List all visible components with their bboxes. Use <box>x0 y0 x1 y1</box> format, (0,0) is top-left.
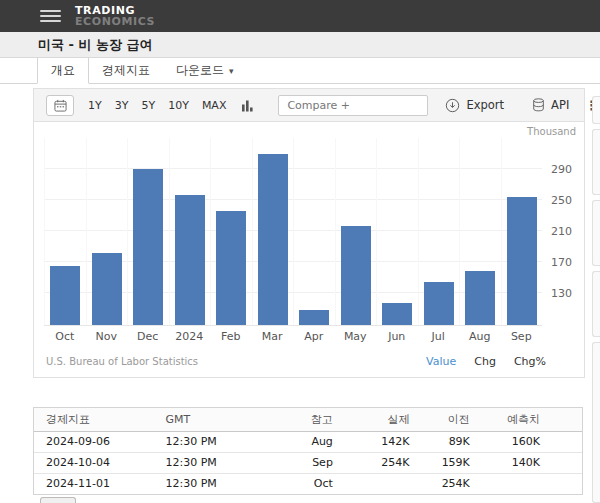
tab-overview-label: 개요 <box>51 62 75 79</box>
bar-slot <box>169 138 211 325</box>
bar-slot <box>44 138 86 325</box>
table-cell: 2024-10-04 <box>34 452 166 473</box>
database-icon <box>532 98 545 112</box>
right-panel-item <box>592 129 600 195</box>
bar-dec[interactable] <box>133 169 163 325</box>
y-axis-tick: 250 <box>551 194 572 207</box>
chart-type-icon[interactable] <box>241 99 254 112</box>
col-reference: 참고 <box>275 408 341 431</box>
series-link-value[interactable]: Value <box>426 355 456 368</box>
api-label: API <box>551 98 569 112</box>
x-axis-label: May <box>335 330 377 343</box>
bar-slot <box>210 138 252 325</box>
table-row[interactable]: 2024-10-0412:30 PMSep254K159K140K <box>34 452 582 473</box>
bar-mar[interactable] <box>258 154 288 325</box>
x-axis-label: 2024 <box>169 330 211 343</box>
table-cell <box>341 473 418 494</box>
table-cell: 140K <box>478 452 582 473</box>
bar-2024[interactable] <box>175 195 205 325</box>
bar-may[interactable] <box>341 226 371 325</box>
bar-slot <box>376 138 418 325</box>
table-cell: 254K <box>418 473 478 494</box>
bar-jul[interactable] <box>424 282 454 325</box>
bar-sep[interactable] <box>507 197 537 325</box>
bar-aug[interactable] <box>465 271 495 325</box>
table-cell: 142K <box>341 431 418 452</box>
right-panel-item <box>592 96 600 124</box>
chart-footer: U.S. Bureau of Labor Statistics ValueChg… <box>46 355 572 368</box>
bar-slot <box>86 138 128 325</box>
hamburger-menu-icon[interactable] <box>40 7 61 25</box>
page-title: 미국 - 비 농장 급여 <box>38 36 153 54</box>
tab-indicators-label: 경제지표 <box>102 62 150 79</box>
x-axis-labels: OctNovDec2024FebMarAprMayJunJulAugSep <box>44 330 542 343</box>
bar-apr[interactable] <box>299 310 329 325</box>
y-axis-tick: 290 <box>551 163 572 176</box>
y-axis-tick: 130 <box>551 287 572 300</box>
x-axis-label: Mar <box>252 330 294 343</box>
tab-download[interactable]: 다운로드 ▾ <box>163 58 247 83</box>
brand-logo[interactable]: TRADING ECONOMICS <box>75 5 155 27</box>
api-button[interactable]: API <box>532 98 569 112</box>
col-consensus: 예측치 <box>478 408 582 431</box>
range-button-3y[interactable]: 3Y <box>115 99 129 112</box>
bar-jun[interactable] <box>382 303 412 326</box>
table-row[interactable]: 2024-11-0112:30 PMOct254K <box>34 473 582 494</box>
table-header-row: 경제지표 GMT 참고 실제 이전 예측치 <box>34 408 582 431</box>
range-button-10y[interactable]: 10Y <box>168 99 189 112</box>
x-axis-label: Jun <box>376 330 418 343</box>
table-cell: 12:30 PM <box>166 431 276 452</box>
table-cell: 2024-09-06 <box>34 431 166 452</box>
x-axis-label: Feb <box>210 330 252 343</box>
releases-table-body: 2024-09-0612:30 PMAug142K89K160K2024-10-… <box>34 431 582 494</box>
tab-bar: 개요 경제지표 다운로드 ▾ <box>0 58 600 84</box>
chart-area: Thousand 130170210250290 OctNovDec2024Fe… <box>34 122 584 377</box>
bar-nov[interactable] <box>92 253 122 325</box>
plot-area: 130170210250290 <box>44 138 542 326</box>
bar-slot <box>293 138 335 325</box>
range-button-1y[interactable]: 1Y <box>88 99 102 112</box>
x-axis-label: Sep <box>501 330 543 343</box>
x-axis-label: Oct <box>44 330 86 343</box>
right-panel-item <box>592 342 600 503</box>
col-indicator: 경제지표 <box>34 408 166 431</box>
export-button[interactable]: Export <box>445 98 504 113</box>
chevron-down-icon: ▾ <box>229 66 234 76</box>
y-axis-tick: 210 <box>551 225 572 238</box>
partial-button[interactable] <box>40 497 76 503</box>
range-buttons: 1Y3Y5Y10YMAX <box>88 99 226 112</box>
table-cell: 160K <box>478 431 582 452</box>
col-previous: 이전 <box>418 408 478 431</box>
bar-feb[interactable] <box>216 211 246 325</box>
top-navbar: TRADING ECONOMICS <box>0 0 600 32</box>
table-cell <box>478 473 582 494</box>
right-panel-item <box>592 271 600 337</box>
range-button-5y[interactable]: 5Y <box>141 99 155 112</box>
range-button-max[interactable]: MAX <box>202 99 227 112</box>
table-cell: 159K <box>418 452 478 473</box>
table-row[interactable]: 2024-09-0612:30 PMAug142K89K160K <box>34 431 582 452</box>
plot-wrapper: 130170210250290 OctNovDec2024FebMarAprMa… <box>44 138 542 343</box>
series-mode-links: ValueChgChg% <box>426 355 546 368</box>
chart-card: 1Y3Y5Y10YMAX Export API ⋮ <box>33 88 585 378</box>
table-cell: 12:30 PM <box>166 452 276 473</box>
table-cell: 12:30 PM <box>166 473 276 494</box>
bar-slot <box>252 138 294 325</box>
bar-slot <box>418 138 460 325</box>
page-title-bar: 미국 - 비 농장 급여 <box>0 32 600 58</box>
export-label: Export <box>466 98 504 112</box>
bar-slot <box>335 138 377 325</box>
series-link-chgpct[interactable]: Chg% <box>514 355 546 368</box>
compare-input[interactable] <box>278 95 428 116</box>
bar-oct[interactable] <box>50 266 80 325</box>
table-cell: Aug <box>275 431 341 452</box>
releases-table: 경제지표 GMT 참고 실제 이전 예측치 2024-09-0612:30 PM… <box>33 407 583 495</box>
tab-overview[interactable]: 개요 <box>37 58 89 84</box>
series-link-chg[interactable]: Chg <box>474 355 496 368</box>
tab-indicators[interactable]: 경제지표 <box>89 58 163 83</box>
bar-slot <box>501 138 543 325</box>
x-axis-label: Aug <box>459 330 501 343</box>
calendar-button[interactable] <box>46 95 74 116</box>
right-panel-sliver <box>592 96 600 503</box>
table-cell: 89K <box>418 431 478 452</box>
